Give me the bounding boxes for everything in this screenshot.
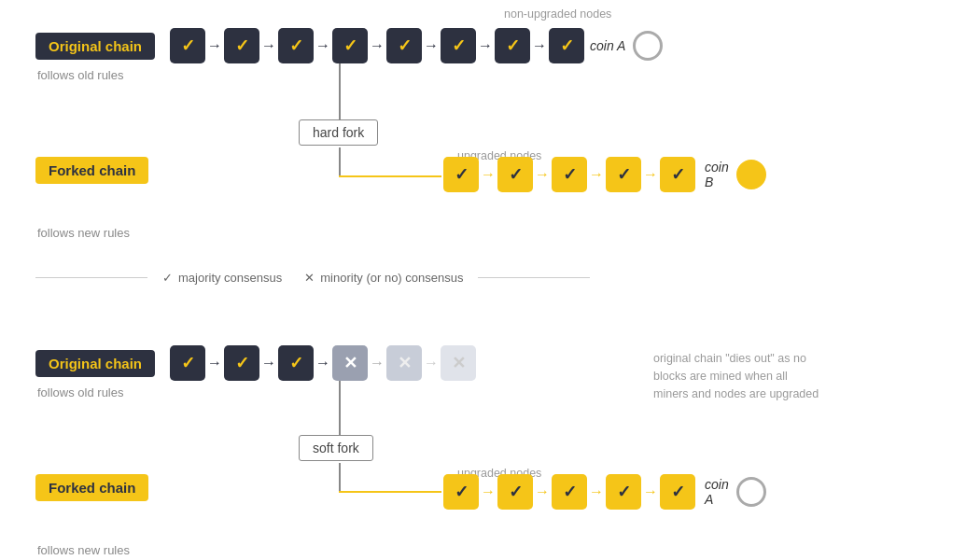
arrow: → [532,37,547,54]
bottom-forked-chain-blocks: ✓ → ✓ → ✓ → ✓ → ✓ coin A [443,474,766,510]
block-x-light: ✕ [386,345,422,381]
bottom-coin-a-indicator [736,477,766,507]
minority-label: minority (or no) consensus [320,271,463,285]
top-forked-chain-label: Forked chain [35,157,148,184]
majority-consensus-text: ✓ majority consensus [162,271,282,285]
minority-consensus-text: ✕ minority (or no) consensus [304,271,463,285]
top-original-chain-section: Original chain ✓ → ✓ → ✓ → ✓ → ✓ → ✓ → ✓… [35,28,663,82]
block: ✓ [224,28,259,63]
bottom-forked-chain-section: Forked chain ✓ → ✓ → ✓ → ✓ → ✓ coin A fo… [35,474,148,520]
bottom-original-chain-blocks: ✓ → ✓ → ✓ → ✕ → ✕ → ✕ [170,345,476,381]
block: ✓ [441,28,476,63]
block: ✓ [660,157,695,192]
hline-fork-branch [339,175,441,177]
top-forked-chain-blocks: ✓ → ✓ → ✓ → ✓ → ✓ coin B [443,157,766,192]
block: ✓ [552,157,587,192]
coin-b-label: coin B [705,160,729,189]
sep-line-right [478,277,590,278]
bottom-forked-subtitle: follows new rules [37,543,148,557]
soft-fork-box: soft fork [299,435,373,461]
separator: ✓ majority consensus ✕ minority (or no) … [35,271,590,285]
arrow: → [643,483,658,500]
arrow: → [478,37,493,54]
arrow: → [643,166,658,183]
top-original-chain-label: Original chain [35,33,155,60]
coin-a-indicator-top [633,31,663,61]
majority-label: majority consensus [178,271,282,285]
arrow: → [315,355,330,371]
top-original-chain-blocks: ✓ → ✓ → ✓ → ✓ → ✓ → ✓ → ✓ → ✓ [170,28,584,63]
block: ✓ [606,157,641,192]
coin-a-label-top: coin A [590,38,625,53]
block: ✓ [497,474,533,510]
arrow: → [207,355,222,371]
arrow: → [535,166,550,183]
bottom-forked-chain-label: Forked chain [35,474,148,501]
block: ✓ [495,28,530,63]
arrow: → [370,355,385,371]
arrow: → [207,37,222,54]
vline-soft-fork-bottom [339,463,341,491]
arrow: → [424,37,439,54]
hard-fork-box: hard fork [299,119,378,146]
block-x: ✕ [332,345,368,381]
block-x-very-light: ✕ [441,345,476,381]
arrow: → [589,483,604,500]
arrow: → [535,483,550,500]
block: ✓ [443,474,479,510]
arrow: → [424,355,439,371]
sep-line-left [35,277,147,278]
check-icon: ✓ [162,271,173,285]
block: ✓ [660,474,695,510]
bottom-original-subtitle: follows old rules [37,385,476,399]
block: ✓ [443,157,479,192]
block: ✓ [497,157,533,192]
x-icon: ✕ [304,271,315,285]
block: ✓ [224,345,259,381]
bottom-original-chain-section: Original chain ✓ → ✓ → ✓ → ✕ → ✕ → ✕ fol… [35,345,476,399]
diagram: non-upgraded nodes Original chain ✓ → ✓ … [0,0,980,560]
block: ✓ [552,474,587,510]
arrow: → [481,166,496,183]
top-forked-chain-section: Forked chain ✓ → ✓ → ✓ → ✓ → ✓ coin B fo… [35,157,148,203]
vline-soft-fork-top [339,381,341,437]
bottom-coin-a-label: coin A [705,477,729,507]
non-upgraded-nodes-label: non-upgraded nodes [504,7,611,21]
block: ✓ [170,28,205,63]
hline-soft-fork-branch [339,491,441,493]
block: ✓ [606,474,641,510]
vline-hard-fork-top [339,63,341,121]
arrow: → [261,37,276,54]
bottom-original-chain-label: Original chain [35,350,155,377]
arrow: → [589,166,604,183]
top-forked-subtitle: follows new rules [37,226,148,240]
top-original-subtitle: follows old rules [37,68,663,82]
arrow: → [315,37,330,54]
block: ✓ [278,28,314,63]
block: ✓ [386,28,422,63]
coin-b-indicator [736,160,766,189]
arrow: → [370,37,385,54]
block: ✓ [332,28,368,63]
block: ✓ [170,345,205,381]
vline-hard-fork-bottom [339,147,341,175]
block: ✓ [549,28,584,63]
arrow: → [481,483,496,500]
block: ✓ [278,345,314,381]
arrow: → [261,355,276,371]
dies-out-note: original chain "dies out" as noblocks ar… [653,350,896,402]
